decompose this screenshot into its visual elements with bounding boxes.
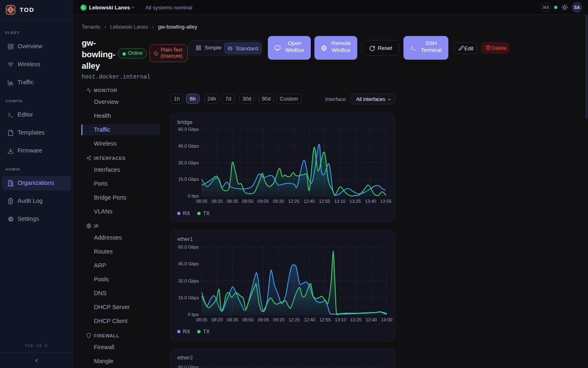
svg-text:13:55: 13:55 <box>380 199 392 204</box>
svg-text:14:00: 14:00 <box>381 317 392 322</box>
svg-text:60.0 Gbps: 60.0 Gbps <box>178 127 199 132</box>
svg-text:12:55: 12:55 <box>319 317 331 322</box>
svg-text:08:05: 08:05 <box>196 199 207 204</box>
svg-text:12:55: 12:55 <box>319 199 330 204</box>
svg-text:0 bps: 0 bps <box>188 193 199 198</box>
svg-text:60.0 Gbps: 60.0 Gbps <box>178 245 199 249</box>
svg-text:45.0 Gbps: 45.0 Gbps <box>178 144 199 148</box>
svg-text:30.0 Gbps: 30.0 Gbps <box>178 278 199 283</box>
svg-text:12:25: 12:25 <box>288 199 300 204</box>
svg-text:09:05: 09:05 <box>258 199 269 204</box>
svg-text:09:05: 09:05 <box>258 317 269 322</box>
svg-text:08:20: 08:20 <box>212 317 223 322</box>
svg-text:08:05: 08:05 <box>196 317 207 322</box>
svg-text:60.0 Gbps: 60.0 Gbps <box>178 365 199 368</box>
svg-text:09:20: 09:20 <box>273 199 284 204</box>
svg-text:45.0 Gbps: 45.0 Gbps <box>178 261 199 266</box>
svg-text:08:35: 08:35 <box>227 317 238 322</box>
svg-text:12:25: 12:25 <box>289 317 300 322</box>
svg-text:13:40: 13:40 <box>365 199 376 204</box>
svg-text:08:50: 08:50 <box>242 317 254 322</box>
svg-text:13:40: 13:40 <box>365 317 377 322</box>
svg-text:08:35: 08:35 <box>227 199 238 204</box>
svg-text:15.0 Gbps: 15.0 Gbps <box>178 295 199 300</box>
svg-text:13:25: 13:25 <box>350 199 361 204</box>
svg-text:12:40: 12:40 <box>304 317 315 322</box>
svg-text:13:10: 13:10 <box>334 199 345 204</box>
svg-text:08:50: 08:50 <box>242 199 254 204</box>
svg-text:08:20: 08:20 <box>212 199 223 204</box>
svg-text:12:40: 12:40 <box>303 199 315 204</box>
svg-text:13:25: 13:25 <box>350 317 362 322</box>
svg-text:15.0 Gbps: 15.0 Gbps <box>178 177 199 182</box>
svg-text:30.0 Gbps: 30.0 Gbps <box>178 160 199 165</box>
svg-text:13:10: 13:10 <box>335 317 346 322</box>
svg-text:0 bps: 0 bps <box>188 312 199 317</box>
svg-text:09:20: 09:20 <box>273 317 285 322</box>
